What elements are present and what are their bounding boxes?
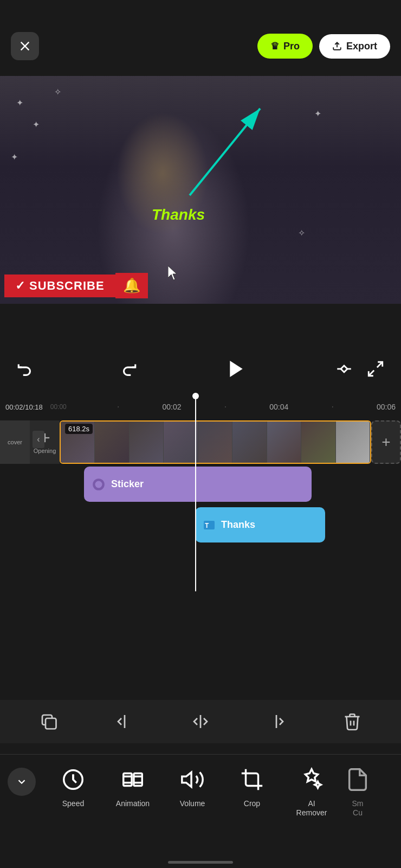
undo-button[interactable]: [16, 360, 35, 378]
export-button[interactable]: Export: [319, 34, 390, 59]
add-track-button[interactable]: +: [371, 420, 401, 464]
bottom-menu: Speed Animation: [0, 754, 401, 854]
thanks-track-icon: T: [203, 519, 216, 532]
sparkle-5: ✦: [314, 108, 321, 119]
frame-5: [198, 422, 232, 463]
volume-label: Volume: [180, 799, 205, 808]
svg-marker-6: [230, 361, 242, 377]
ruler-time-4: 00:04: [269, 403, 288, 411]
svg-rect-7: [341, 366, 347, 372]
sticker-label: Sticker: [111, 478, 144, 490]
cover-label: cover: [8, 439, 22, 445]
bell-icon-box: 🔔: [115, 273, 148, 298]
sm-cu-label: SmCu: [352, 799, 364, 818]
subscribe-banner: ✓ SUBSCRIBE 🔔: [4, 273, 148, 298]
split-left-button[interactable]: [111, 707, 139, 736]
menu-item-crop[interactable]: Crop: [222, 765, 282, 808]
speed-label: Speed: [62, 799, 84, 808]
svg-line-4: [190, 108, 260, 195]
track-frames: [61, 422, 370, 463]
video-track[interactable]: 618.2s: [60, 420, 371, 464]
time-current: 00:02/10:18: [5, 403, 43, 411]
menu-items: Speed Animation: [0, 765, 401, 818]
svg-marker-30: [182, 773, 191, 787]
redo-button[interactable]: [119, 360, 138, 378]
svg-rect-18: [46, 718, 56, 729]
video-content: ✦ ✦ ✧ ✦ ✦ ✧ Thanks ✓ SUBSCRIBE 🔔: [0, 76, 401, 304]
svg-text:T: T: [205, 522, 209, 529]
sparkle-2: ✦: [33, 119, 40, 130]
volume-icon: [178, 765, 206, 794]
menu-item-speed[interactable]: Speed: [43, 765, 103, 808]
sparkle-3: ✧: [54, 87, 61, 97]
track-expand-button[interactable]: ‹: [33, 431, 44, 448]
subscribe-text: SUBSCRIBE: [29, 279, 105, 293]
frame-8: [301, 422, 335, 463]
crop-label: Crop: [244, 799, 260, 808]
export-label: Export: [346, 41, 377, 52]
cover-thumb: cover: [0, 420, 30, 464]
thanks-text-overlay: Thanks: [152, 206, 205, 224]
controls-right: [335, 360, 385, 378]
ruler-dot-3: ·: [288, 402, 377, 412]
copy-icon-button[interactable]: [35, 707, 63, 736]
ruler-dot-2: ·: [182, 402, 270, 412]
menu-item-volume[interactable]: Volume: [163, 765, 222, 808]
animation-label: Animation: [116, 799, 150, 808]
controls-bar: [0, 347, 401, 391]
keyframe-button[interactable]: [335, 360, 353, 378]
scroll-bar[interactable]: [168, 861, 233, 864]
playhead-top: [192, 393, 199, 399]
arrow-overlay: [108, 98, 271, 206]
video-track-row: cover Opening ‹ 618.2s: [0, 418, 401, 467]
sparkle-1: ✦: [16, 98, 23, 108]
frame-4: [164, 422, 198, 463]
ai-remover-icon: [297, 765, 326, 794]
sticker-track[interactable]: Sticker: [84, 467, 312, 502]
opening-label: Opening: [34, 448, 56, 454]
video-preview: ✦ ✦ ✧ ✦ ✦ ✧ Thanks ✓ SUBSCRIBE 🔔: [0, 76, 401, 304]
frame-2: [95, 422, 129, 463]
frame-7: [267, 422, 301, 463]
fullscreen-button[interactable]: [366, 360, 385, 378]
svg-rect-24: [124, 774, 132, 786]
sticker-icon: [92, 477, 106, 492]
sparkle-6: ✧: [298, 228, 305, 238]
menu-item-animation[interactable]: Animation: [103, 765, 163, 808]
frame-6: [232, 422, 267, 463]
bell-icon: 🔔: [123, 277, 140, 294]
collapse-button[interactable]: [8, 768, 36, 796]
split-center-button[interactable]: [186, 707, 215, 736]
menu-item-ai-remover[interactable]: AIRemover: [282, 765, 341, 818]
timeline-ruler: 00:02/10:18 00:00 · 00:02 · 00:04 · 00:0…: [0, 396, 401, 418]
frame-3: [130, 422, 164, 463]
thanks-label: Thanks: [221, 519, 255, 531]
animation-icon: [119, 765, 147, 794]
pro-button[interactable]: ♛ Pro: [257, 34, 313, 59]
svg-point-15: [95, 481, 102, 488]
crop-icon: [238, 765, 266, 794]
crown-icon: ♛: [270, 40, 279, 52]
svg-rect-25: [134, 774, 142, 786]
tracks-container: cover Opening ‹ 618.2s: [0, 418, 401, 591]
pro-label: Pro: [283, 41, 300, 52]
thanks-track[interactable]: T Thanks: [195, 507, 325, 542]
subscribe-box: ✓ SUBSCRIBE: [4, 275, 115, 297]
ai-remover-label: AIRemover: [296, 799, 327, 818]
menu-item-sm-cu[interactable]: SmCu: [341, 765, 374, 818]
header-right: ♛ Pro Export: [257, 34, 390, 59]
play-button[interactable]: [222, 355, 250, 383]
svg-line-11: [368, 371, 374, 376]
speed-icon: [59, 765, 87, 794]
close-button[interactable]: [11, 32, 39, 60]
delete-button[interactable]: [338, 707, 366, 736]
bottom-toolbar-icons: [0, 700, 401, 743]
sparkle-4: ✦: [11, 152, 18, 162]
track-duration: 618.2s: [65, 424, 93, 434]
frame-9: [336, 422, 370, 463]
split-right-button[interactable]: [262, 707, 290, 736]
header: ♛ Pro Export: [0, 0, 401, 76]
check-icon: ✓: [15, 279, 25, 293]
cursor-indicator: [168, 266, 179, 282]
sm-cu-icon: [344, 765, 372, 794]
